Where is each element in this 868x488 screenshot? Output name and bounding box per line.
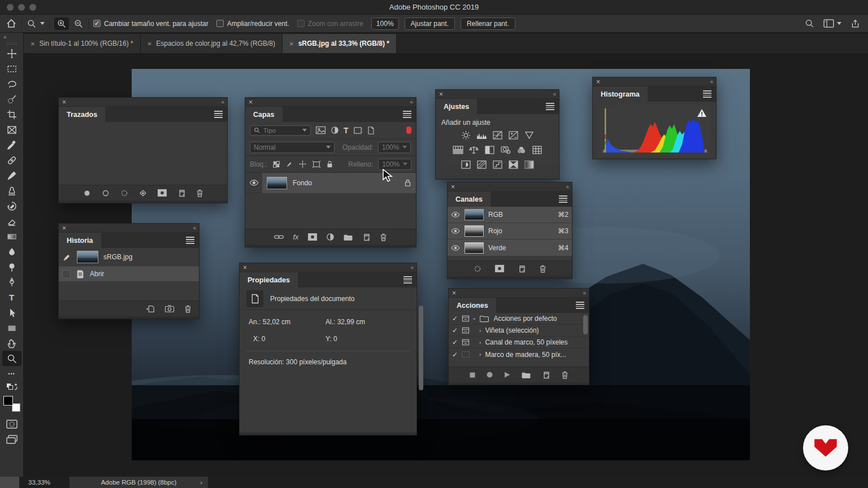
channel-row-rgb[interactable]: RGB ⌘2 [448,207,572,223]
close-icon[interactable]: × [439,91,443,98]
add-mask-icon[interactable] [307,233,318,241]
play-icon[interactable] [504,371,511,378]
lock-all-icon[interactable] [326,160,333,168]
panel-menu-icon[interactable] [546,103,554,110]
panel-menu-icon[interactable] [214,111,223,117]
chevron-collapsed-icon[interactable]: › [479,339,481,346]
document-profile-status[interactable]: Adobe RGB (1998) (8bpc) › [70,477,208,488]
tab-propiedades[interactable]: Propiedades [240,272,298,287]
new-adjustment-layer-icon[interactable] [326,233,335,241]
close-icon[interactable]: × [147,40,152,48]
hue-saturation-icon[interactable] [451,145,465,155]
collapse-icon[interactable]: « [410,99,413,105]
fit-screen-button[interactable]: Ajustar pant. [405,18,455,30]
chevron-right-icon[interactable]: › [200,479,202,486]
fill-screen-button[interactable]: Rellenar pant. [461,18,515,30]
warning-icon[interactable] [697,108,707,117]
collapse-icon[interactable]: « [221,99,224,105]
gradient-tool[interactable] [2,229,21,244]
dodge-tool[interactable] [2,259,21,274]
collapse-icon[interactable]: « [553,91,555,97]
workspace-switcher[interactable] [823,19,841,28]
lock-artboard-icon[interactable] [312,160,321,168]
stroke-path-icon[interactable] [101,189,110,198]
lock-transparency-icon[interactable] [272,160,280,168]
close-icon[interactable]: × [289,40,294,48]
filter-pixel-layers-icon[interactable] [315,126,326,134]
trash-icon[interactable] [196,189,204,198]
history-source-checkbox[interactable] [62,270,71,278]
blend-mode-dropdown[interactable]: Normal [250,142,335,153]
quick-selection-tool[interactable] [2,91,21,107]
dialog-toggle-icon[interactable] [462,339,470,346]
panel-menu-icon[interactable] [576,302,584,308]
search-icon[interactable] [805,19,814,28]
foreground-color-swatch[interactable] [3,396,13,406]
brush-tool[interactable] [2,168,21,183]
collapse-icon[interactable]: « [566,184,568,190]
clone-stamp-tool[interactable] [2,183,21,198]
background-color-swatch[interactable] [12,403,20,412]
tab-srgb[interactable]: × sRGB.jpg al 33,3% (RGB/8) * [283,34,397,53]
crop-tool[interactable] [2,107,21,122]
edit-toolbar-icon[interactable]: ••• [2,366,21,381]
layer-visibility-toggle[interactable] [245,179,262,186]
dialog-toggle-empty[interactable] [462,351,470,358]
channel-mixer-icon[interactable] [514,145,528,155]
eraser-tool[interactable] [2,213,21,229]
dialog-toggle-icon[interactable] [462,327,470,334]
marquee-tool[interactable] [2,61,21,76]
collapse-icon[interactable]: « [410,264,413,271]
tab-historia[interactable]: Historia [59,233,101,248]
tab-canales[interactable]: Canales [448,191,491,207]
eye-icon[interactable] [451,211,460,218]
gradient-map-icon[interactable] [522,159,536,169]
tab-espacios-de-color[interactable]: × Espacios de color.jpg al 42,7% (RGB/8) [141,34,283,53]
filter-type-layers-icon[interactable]: T [344,126,349,135]
close-icon[interactable]: × [451,184,455,190]
black-white-icon[interactable] [483,145,496,155]
eye-icon[interactable] [451,228,460,234]
move-tool[interactable] [2,46,21,61]
tab-sin-titulo[interactable]: × Sin título-1 al 100% (RGB/16) * [24,34,141,53]
check-icon[interactable]: ✓ [452,315,458,323]
close-icon[interactable]: × [62,225,66,232]
record-icon[interactable] [486,371,493,378]
panel-menu-icon[interactable] [186,237,194,243]
chevron-collapsed-icon[interactable]: › [479,328,481,334]
checkbox-checked-icon[interactable]: ✓ [93,20,101,27]
hand-tool[interactable] [2,336,21,351]
new-path-icon[interactable] [177,189,186,198]
channel-row-verde[interactable]: Verde ⌘4 [448,239,572,256]
filter-adjustment-layers-icon[interactable] [331,126,339,134]
new-set-icon[interactable] [521,371,531,379]
checkbox-unchecked-icon[interactable] [216,20,224,27]
invert-icon[interactable] [459,159,472,169]
stop-icon[interactable] [469,372,476,378]
zoom-in-button[interactable] [54,18,69,30]
history-step-abrir[interactable]: Abrir [59,266,199,281]
scrollbar-thumb[interactable] [419,306,423,390]
action-row[interactable]: ✓ › Viñeta (selección) [449,325,589,337]
history-brush-source-icon[interactable] [62,252,72,262]
new-group-icon[interactable] [343,233,353,241]
tab-ajustes[interactable]: Ajustes [436,99,477,114]
collapse-icon[interactable]: « [583,290,585,296]
home-button[interactable] [6,18,17,29]
mask-icon[interactable] [157,189,167,197]
trash-icon[interactable] [539,264,547,273]
collapse-icon[interactable]: « [710,79,713,85]
check-icon[interactable]: ✓ [452,326,458,334]
link-layers-icon[interactable] [274,233,284,241]
blur-tool[interactable] [2,244,21,259]
threshold-icon[interactable] [491,159,504,169]
layer-thumbnail[interactable] [267,177,287,189]
path-from-selection-icon[interactable] [138,189,147,198]
curves-icon[interactable] [491,130,504,140]
eye-icon[interactable] [451,245,460,251]
zoom-out-button[interactable] [73,19,84,29]
history-brush-tool[interactable] [2,198,21,213]
close-icon[interactable]: × [596,79,600,85]
zoom-tool[interactable] [2,351,21,366]
channel-row-rojo[interactable]: Rojo ⌘3 [448,223,572,239]
